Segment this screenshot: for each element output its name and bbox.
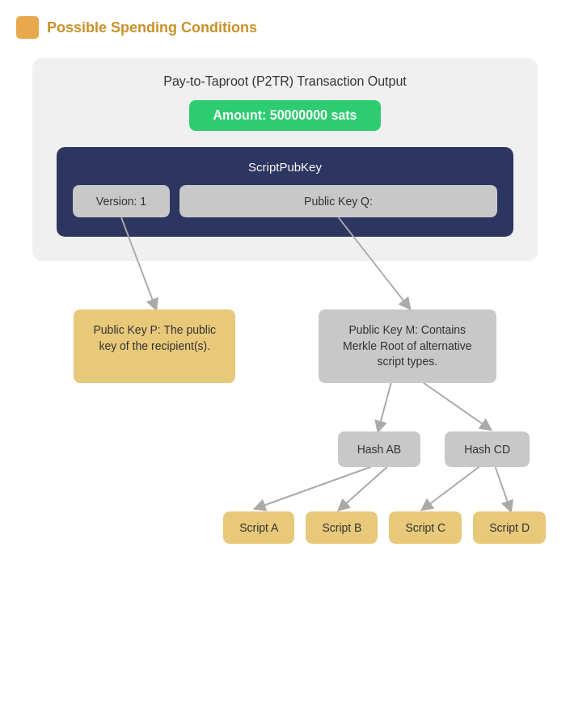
svg-line-4 bbox=[259, 467, 371, 507]
p2tr-title: Pay-to-Taproot (P2TR) Transaction Output bbox=[57, 74, 513, 89]
scriptpubkey-fields: Version: 1 Public Key Q: bbox=[73, 185, 497, 217]
script-d-node: Script D bbox=[473, 511, 546, 544]
script-b-node: Script B bbox=[306, 511, 378, 544]
script-c-node: Script C bbox=[389, 511, 462, 544]
svg-line-7 bbox=[496, 467, 510, 507]
level2-nodes: Hash AB Hash CD bbox=[16, 431, 554, 467]
page-container: Possible Spending Conditions Pay-to-Tapr… bbox=[0, 0, 570, 728]
svg-line-6 bbox=[425, 467, 479, 507]
svg-line-3 bbox=[424, 383, 488, 427]
scriptpubkey-box: ScriptPubKey Version: 1 Public Key Q: bbox=[57, 147, 513, 237]
amount-badge: Amount: 50000000 sats bbox=[189, 100, 382, 131]
lower-diagram: Public Key P: The public key of the reci… bbox=[16, 309, 554, 544]
level1-nodes: Public Key P: The public key of the reci… bbox=[16, 309, 554, 383]
header-icon bbox=[16, 16, 39, 39]
scriptpubkey-title: ScriptPubKey bbox=[73, 160, 497, 174]
header: Possible Spending Conditions bbox=[16, 16, 554, 39]
level3-nodes: Script A Script B Script C Script D bbox=[16, 511, 554, 544]
scripts-row: Script A Script B Script C Script D bbox=[223, 511, 546, 544]
pubkey-q-field: Public Key Q: bbox=[179, 185, 497, 217]
pubkey-m-node: Public Key M: Contains Merkle Root of al… bbox=[319, 309, 496, 383]
svg-line-2 bbox=[379, 383, 391, 427]
header-title: Possible Spending Conditions bbox=[47, 19, 257, 36]
p2tr-container: Pay-to-Taproot (P2TR) Transaction Output… bbox=[32, 58, 538, 261]
version-field: Version: 1 bbox=[73, 185, 170, 217]
hash-cd-node: Hash CD bbox=[445, 431, 530, 467]
hash-row: Hash AB Hash CD bbox=[338, 431, 530, 467]
hash-ab-node: Hash AB bbox=[338, 431, 420, 467]
svg-line-5 bbox=[342, 467, 387, 507]
pubkey-p-node: Public Key P: The public key of the reci… bbox=[74, 309, 235, 383]
script-a-node: Script A bbox=[223, 511, 294, 544]
